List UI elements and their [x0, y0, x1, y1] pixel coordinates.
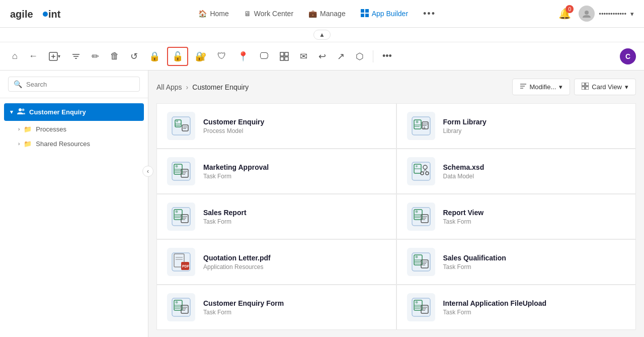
card-icon — [407, 157, 435, 185]
card-info: Schema.xsd Data Model — [443, 163, 626, 180]
delete-toolbar-button[interactable]: 🗑 — [106, 48, 123, 64]
notifications-button[interactable]: 🔔 0 — [558, 8, 571, 20]
card-item[interactable]: Marketing Approval Task Form — [156, 149, 396, 194]
svg-rect-16 — [280, 57, 284, 60]
view-button[interactable]: Card View ▾ — [574, 79, 636, 95]
sidebar-item-processes[interactable]: › 📁 Processes — [0, 122, 148, 137]
card-item[interactable]: Report View Task Form — [396, 194, 636, 239]
svg-rect-25 — [582, 87, 585, 90]
svg-point-111 — [415, 301, 418, 304]
svg-text:agile: agile — [10, 9, 33, 20]
sidebar-item-shared-resources[interactable]: › 📁 Shared Resources — [0, 137, 148, 151]
filter-toolbar-button[interactable] — [67, 49, 85, 64]
more-toolbar-button[interactable]: ••• — [378, 48, 396, 64]
card-info: Customer Enquiry Form Task Form — [203, 299, 386, 316]
user-menu[interactable]: •••••••••••• ▾ — [579, 6, 634, 22]
processes-label: Processes — [36, 125, 66, 133]
history-toolbar-button[interactable]: ↺ — [126, 48, 142, 65]
card-subtitle: Task Form — [443, 218, 626, 225]
home-nav-icon: 🏠 — [198, 10, 207, 18]
location-toolbar-button[interactable]: 📍 — [233, 48, 253, 65]
folder-icon: 📁 — [24, 125, 32, 133]
nav-appbuilder[interactable]: App Builder — [361, 9, 408, 19]
card-icon — [407, 293, 435, 321]
svg-point-7 — [585, 11, 589, 15]
lock-toolbar-button[interactable]: 🔒 — [145, 48, 164, 65]
sidebar: 🔍 ▾ Customer Enquiry › 📁 Processes — [0, 71, 148, 337]
toolbar-divider — [373, 50, 373, 62]
svg-point-46 — [176, 165, 178, 168]
new-toolbar-button[interactable]: ▾ — [45, 49, 64, 64]
shared-folder-icon: 📁 — [24, 140, 32, 148]
card-subtitle: Task Form — [443, 309, 626, 316]
nav-more-button[interactable]: ••• — [423, 9, 436, 19]
svg-text:PDF: PDF — [182, 264, 190, 268]
sidebar-active-label: Customer Enquiry — [29, 108, 86, 116]
svg-point-29 — [176, 120, 178, 122]
search-input[interactable] — [26, 81, 134, 88]
back-toolbar-button[interactable]: ← — [25, 48, 42, 64]
card-info: Report View Task Form — [443, 209, 626, 225]
breadcrumb: All Apps › Customer Enquiry — [156, 83, 249, 91]
svg-rect-24 — [586, 83, 589, 86]
sidebar-item-customer-enquiry[interactable]: ▾ Customer Enquiry — [4, 103, 144, 121]
svg-point-91 — [415, 256, 418, 258]
export-toolbar-button[interactable]: ⬡ — [352, 48, 368, 65]
search-box: 🔍 — [0, 71, 148, 98]
nav-manage-label: Manage — [320, 10, 346, 18]
card-info: Customer Enquiry Process Model — [203, 118, 386, 134]
unlock-toolbar-button[interactable]: 🔓 — [167, 47, 188, 66]
users-icon — [17, 107, 25, 117]
card-item[interactable]: Sales Qualification Task Form — [396, 239, 636, 285]
sort-button[interactable]: Modifie... ▾ — [512, 79, 571, 95]
svg-rect-14 — [280, 52, 284, 56]
card-item[interactable]: PDF Quotation Letter.pdf Application Res… — [156, 239, 396, 285]
card-item[interactable]: A Form Library Library — [396, 103, 636, 149]
svg-point-65 — [176, 211, 178, 213]
card-subtitle: Task Form — [203, 218, 386, 225]
card-subtitle: Process Model — [203, 127, 386, 134]
card-title: Quotation Letter.pdf — [203, 254, 386, 262]
card-title: Report View — [443, 209, 626, 217]
sidebar-collapse-button[interactable]: ‹ — [142, 166, 153, 177]
svg-rect-15 — [285, 52, 288, 56]
monitor-icon: 🖥 — [244, 10, 251, 18]
logo: agile int — [10, 5, 75, 23]
card-subtitle: Task Form — [443, 263, 626, 271]
collapse-bar: ▲ — [0, 28, 644, 42]
card-item[interactable]: Customer Enquiry Form Task Form — [156, 285, 396, 330]
edit-toolbar-button[interactable]: ✏ — [88, 48, 103, 65]
card-item[interactable]: Schema.xsd Data Model — [396, 149, 636, 194]
card-info: Sales Report Task Form — [203, 209, 386, 225]
nav-workcenter[interactable]: 🖥 Work Center — [244, 10, 293, 18]
all-apps-link[interactable]: All Apps — [156, 83, 182, 91]
card-title: Marketing Approval — [203, 163, 386, 171]
nav-home[interactable]: 🏠 Home — [198, 10, 228, 18]
share-toolbar-button[interactable]: ↗ — [333, 48, 349, 65]
grid-nav-icon — [361, 9, 369, 19]
main-layout: 🔍 ▾ Customer Enquiry › 📁 Processes — [0, 71, 644, 337]
card-info: Quotation Letter.pdf Application Resourc… — [203, 254, 386, 271]
lock2-toolbar-button[interactable]: 🔐 — [191, 48, 210, 65]
card-item[interactable]: Internal Application FileUpload Task For… — [396, 285, 636, 330]
sort-chevron-icon: ▾ — [559, 83, 562, 91]
card-info: Form Library Library — [443, 118, 626, 134]
card-item[interactable]: Sales Report Task Form — [156, 194, 396, 239]
card-info: Sales Qualification Task Form — [443, 254, 626, 271]
card-subtitle: Task Form — [203, 173, 386, 180]
share2-toolbar-button[interactable]: ↩ — [314, 48, 330, 65]
collapse-nav-button[interactable]: ▲ — [313, 30, 331, 40]
card-icon — [167, 293, 195, 321]
mail-toolbar-button[interactable]: ✉ — [296, 48, 311, 65]
security-toolbar-button[interactable]: 🛡 — [213, 48, 230, 64]
user-avatar-icon — [579, 6, 595, 22]
grid-toolbar-button[interactable] — [276, 49, 293, 64]
svg-point-101 — [176, 301, 178, 304]
top-nav-right: 🔔 0 •••••••••••• ▾ — [558, 6, 634, 22]
nav-manage[interactable]: 💼 Manage — [308, 10, 346, 18]
card-item[interactable]: Customer Enquiry Process Model — [156, 103, 396, 149]
chevron-right-icon: › — [18, 126, 20, 132]
home-toolbar-button[interactable]: ⌂ — [8, 48, 22, 64]
user-name: •••••••••••• — [599, 10, 626, 18]
display-toolbar-button[interactable]: 🖵 — [256, 48, 273, 64]
